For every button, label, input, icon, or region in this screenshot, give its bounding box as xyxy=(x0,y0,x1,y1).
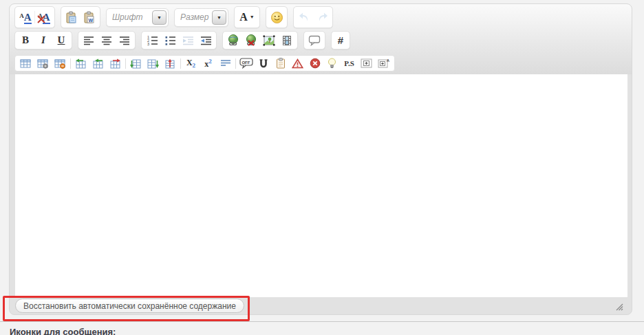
section-divider xyxy=(0,321,644,322)
text-style-button[interactable]: A▼ xyxy=(236,8,258,26)
toolbar-group-smiley xyxy=(266,6,288,28)
toolbar-separator xyxy=(180,58,181,69)
insert-image-button[interactable] xyxy=(260,32,278,48)
postscript-button[interactable]: P.S xyxy=(341,56,358,70)
indent-button[interactable] xyxy=(197,32,215,48)
text-lines-button[interactable] xyxy=(217,56,234,70)
insert-link-button[interactable] xyxy=(224,32,242,48)
smiley-button[interactable] xyxy=(268,8,286,26)
font-color-icon: AA xyxy=(19,10,31,24)
svg-text:OFF: OFF xyxy=(242,61,250,65)
idea-button[interactable] xyxy=(323,56,341,70)
toolbar-group-font-style: AA AA xyxy=(14,6,55,28)
error-circle-icon xyxy=(310,58,321,69)
warning-button[interactable] xyxy=(289,56,306,70)
insert-column-after-button[interactable] xyxy=(89,56,107,70)
remove-format-icon: AA xyxy=(38,10,50,24)
unlink-icon xyxy=(245,34,257,46)
clipboard-button[interactable] xyxy=(272,56,289,70)
spoiler-button[interactable] xyxy=(358,56,375,70)
paste-button[interactable] xyxy=(63,8,80,26)
table-properties-icon xyxy=(37,58,49,69)
image-icon xyxy=(263,35,275,46)
font-family-dropdown[interactable]: Шрифт ▼ xyxy=(106,8,169,27)
align-right-button[interactable] xyxy=(116,32,133,48)
font-color-button[interactable]: AA xyxy=(17,8,34,26)
delete-column-button[interactable] xyxy=(107,56,124,70)
toolbar-separator xyxy=(235,58,236,69)
toolbar-separator xyxy=(125,58,126,69)
hide-tag-button[interactable] xyxy=(255,56,272,70)
toolbar-separator xyxy=(70,58,71,69)
font-size-dropdown[interactable]: Размер ▼ xyxy=(174,8,228,27)
rich-text-editor: AA AA xyxy=(9,3,632,315)
insert-row-below-icon xyxy=(147,58,159,69)
table-icon xyxy=(20,58,32,69)
svg-text:A: A xyxy=(387,58,389,63)
italic-button[interactable]: I xyxy=(34,32,52,48)
subscript-button[interactable]: X2 xyxy=(182,56,200,70)
insert-row-below-button[interactable] xyxy=(144,56,162,70)
font-size-dropdown-button[interactable]: ▼ xyxy=(212,10,226,25)
paste-icon xyxy=(65,11,78,24)
remove-format-button[interactable]: AA xyxy=(35,8,53,26)
font-family-dropdown-label: Шрифт xyxy=(108,12,152,22)
chevron-down-icon: ▼ xyxy=(157,15,162,20)
align-left-button[interactable] xyxy=(80,32,98,48)
align-left-icon xyxy=(83,36,94,45)
table-properties-button[interactable] xyxy=(34,56,52,70)
paste-from-word-button[interactable]: W xyxy=(80,8,98,26)
error-button[interactable] xyxy=(306,56,323,70)
unordered-list-icon xyxy=(164,35,176,45)
text-style-icon: A▼ xyxy=(239,11,255,23)
delete-row-button[interactable] xyxy=(162,56,179,70)
toolbar-group-quote xyxy=(303,31,325,50)
spoiler-title-button[interactable]: A xyxy=(375,56,392,70)
quote-button[interactable] xyxy=(305,32,323,48)
toolbar-group-align xyxy=(78,31,136,50)
insert-video-button[interactable] xyxy=(278,32,296,48)
outdent-button[interactable] xyxy=(179,32,197,48)
redo-button[interactable] xyxy=(313,8,331,26)
align-center-button[interactable] xyxy=(98,32,116,48)
font-size-dropdown-label: Размер xyxy=(176,12,212,22)
link-icon xyxy=(227,34,239,46)
paste-from-word-icon: W xyxy=(83,11,96,24)
toolbar-extra-bar: X2 x2 OFF xyxy=(14,55,395,72)
ordered-list-button[interactable]: 123 xyxy=(143,32,161,48)
undo-icon xyxy=(299,12,310,22)
lightbulb-icon xyxy=(328,58,336,69)
underline-button[interactable]: U xyxy=(52,32,70,48)
restore-autosave-button[interactable]: Восстановить автоматически сохранённое с… xyxy=(15,299,244,313)
delete-row-icon xyxy=(164,58,176,69)
warning-triangle-icon xyxy=(292,58,303,69)
svg-text:3: 3 xyxy=(147,42,149,45)
insert-row-above-icon xyxy=(130,58,142,69)
video-film-icon xyxy=(281,35,292,46)
insert-column-before-button[interactable] xyxy=(72,56,89,70)
bold-button[interactable]: B xyxy=(17,32,34,48)
insert-row-above-button[interactable] xyxy=(127,56,144,70)
outdent-icon xyxy=(182,36,194,45)
superscript-button[interactable]: x2 xyxy=(200,56,217,70)
delete-table-icon xyxy=(54,58,66,69)
superscript-icon: x2 xyxy=(204,58,212,69)
toolbar-group-media xyxy=(222,31,298,50)
undo-button[interactable] xyxy=(295,8,313,26)
remove-link-button[interactable] xyxy=(242,32,260,48)
insert-column-before-icon xyxy=(75,58,87,69)
code-hash-button[interactable]: # xyxy=(333,32,348,48)
delete-table-button[interactable] xyxy=(52,56,69,70)
editor-body[interactable] xyxy=(15,74,627,297)
chevron-down-icon: ▼ xyxy=(217,15,222,20)
offtopic-button[interactable]: OFF xyxy=(237,56,255,70)
subscript-icon: X2 xyxy=(186,58,195,69)
delete-column-icon xyxy=(109,58,121,69)
svg-text:W: W xyxy=(89,17,94,22)
unordered-list-button[interactable] xyxy=(161,32,179,48)
insert-table-button[interactable] xyxy=(17,56,34,70)
smiley-icon xyxy=(270,11,283,24)
text-lines-icon xyxy=(220,59,231,67)
font-family-dropdown-button[interactable]: ▼ xyxy=(152,10,167,25)
resize-handle[interactable] xyxy=(615,303,624,311)
